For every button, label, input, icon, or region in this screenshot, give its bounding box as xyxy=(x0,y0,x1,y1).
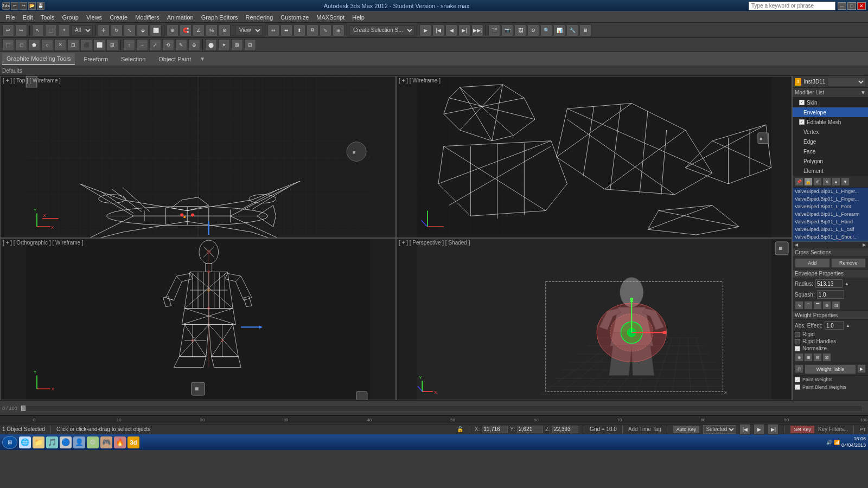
spinner-snap-icon[interactable]: ⊛ xyxy=(219,24,231,36)
t2-btn18[interactable]: ⊠ xyxy=(231,39,243,51)
menu-views[interactable]: Views xyxy=(83,14,105,21)
pivot-icon[interactable]: ⊕ xyxy=(167,24,178,36)
curve-btn2[interactable]: ⌒ xyxy=(804,301,813,310)
t2-btn15[interactable]: ⊕ xyxy=(188,39,200,51)
menu-graph-editors[interactable]: Graph Editors xyxy=(198,14,241,21)
time-slider[interactable] xyxy=(21,405,863,412)
taskbar-app1[interactable]: 👤 xyxy=(73,436,85,448)
mod-envelope[interactable]: Envelope xyxy=(793,107,868,117)
bone-shoulder[interactable]: ValveBiped.Bip01_L_Shoul... xyxy=(793,233,868,241)
prev-icon[interactable]: ◀ xyxy=(445,24,457,36)
align-icon[interactable]: ⬌ xyxy=(280,24,292,36)
mod-edge[interactable]: Edge xyxy=(793,137,868,146)
percent-snap-icon[interactable]: % xyxy=(206,24,218,36)
render8-icon[interactable]: 🖥 xyxy=(579,24,591,36)
create-sel-dropdown[interactable]: Create Selection S... xyxy=(349,25,414,35)
bone-finger2[interactable]: ValveBiped.Bip01_L_Finger... xyxy=(793,195,868,203)
wt-arrow[interactable]: ▶ xyxy=(857,364,866,373)
mod-down-btn[interactable]: ▼ xyxy=(841,177,850,186)
t2-btn19[interactable]: ⊟ xyxy=(244,39,256,51)
schematic-icon[interactable]: ⊞ xyxy=(333,24,344,36)
modifier-list-arrow[interactable]: ▼ xyxy=(860,89,866,95)
t2-btn2[interactable]: ◻ xyxy=(15,39,27,51)
vp-bl-nav[interactable]: ■ xyxy=(190,381,206,397)
selected-dropdown[interactable]: Selected xyxy=(703,425,736,434)
curve-btn3[interactable]: ▔ xyxy=(813,301,822,310)
t2-btn10[interactable]: ↑ xyxy=(123,39,135,51)
render3-icon[interactable]: 🖼 xyxy=(514,24,526,36)
add-btn[interactable]: Add xyxy=(795,258,830,268)
taskbar-app2[interactable]: ⚙ xyxy=(87,436,99,448)
redo-icon[interactable]: ↪ xyxy=(15,24,27,36)
menu-help[interactable]: Help xyxy=(349,14,368,21)
move-icon[interactable]: ✛ xyxy=(98,24,110,36)
menu-maxscript[interactable]: MAXScript xyxy=(313,14,348,21)
start-btn[interactable]: ⊞ xyxy=(2,436,17,449)
t2-btn7[interactable]: ⬛ xyxy=(80,39,92,51)
taskbar-app4[interactable]: 🔥 xyxy=(114,436,126,448)
abs-spinner-up[interactable]: ▲ xyxy=(846,323,850,328)
rigid-checkbox[interactable] xyxy=(795,332,800,337)
rigid-handles-checkbox[interactable] xyxy=(795,339,800,344)
mod-skin[interactable]: ✓ Skin xyxy=(793,98,868,107)
mod-lock-btn[interactable]: 🔒 xyxy=(804,177,813,186)
bone-foot[interactable]: ValveBiped.Bip01_L_Foot xyxy=(793,203,868,210)
render6-icon[interactable]: 📊 xyxy=(553,24,565,36)
taskbar-chrome[interactable]: 🔵 xyxy=(60,436,72,448)
vp-br-nav[interactable]: ■ xyxy=(774,241,789,257)
time-tag-btn[interactable]: Add Time Tag xyxy=(628,426,661,432)
close-btn[interactable]: ✕ xyxy=(857,2,866,10)
mod-vertex[interactable]: Vertex xyxy=(793,127,868,137)
bone-finger1[interactable]: ValveBiped.Bip01_L_Finger... xyxy=(793,188,868,195)
ref-coord-dropdown[interactable]: View xyxy=(235,25,263,35)
prev-frame-btn[interactable]: |◀ xyxy=(739,424,750,435)
scale3-icon[interactable]: ⬜ xyxy=(150,24,162,36)
t2-btn3[interactable]: ⬟ xyxy=(28,39,40,51)
t2-btn17[interactable]: ✦ xyxy=(218,39,230,51)
key-filters-btn[interactable]: Key Filters... xyxy=(818,426,848,432)
curve-btn1[interactable]: ∿ xyxy=(795,301,803,310)
scale2-icon[interactable]: ⬙ xyxy=(137,24,149,36)
undo-icon[interactable]: ↩ xyxy=(2,24,14,36)
ribbon-tab-paint[interactable]: Object Paint xyxy=(154,53,195,65)
t2-btn6[interactable]: ⊡ xyxy=(67,39,79,51)
mod-em-cb[interactable]: ✓ xyxy=(799,119,805,125)
next-frame-btn[interactable]: ▶| xyxy=(768,424,778,435)
y-input[interactable] xyxy=(517,426,543,433)
layer-icon[interactable]: ⧉ xyxy=(307,24,318,36)
taskbar-ie[interactable]: 🌐 xyxy=(19,436,31,448)
mod-face[interactable]: Face xyxy=(793,146,868,156)
mod-element[interactable]: Element xyxy=(793,166,868,176)
viewport-top[interactable]: [ + ] [ Top ] [ Wireframe ] X xyxy=(0,76,396,238)
curve-btn4[interactable]: ⊕ xyxy=(822,301,831,310)
t2-btn14[interactable]: ✎ xyxy=(175,39,187,51)
wt-icon[interactable]: ⚖ xyxy=(795,364,803,373)
t2-btn16[interactable]: ⬤ xyxy=(205,39,217,51)
menu-edit[interactable]: Edit xyxy=(20,14,36,21)
taskbar-media[interactable]: 🎵 xyxy=(46,436,58,448)
curve-btn5[interactable]: ⊡ xyxy=(832,301,840,310)
save-btn[interactable]: 💾 xyxy=(37,2,44,10)
t2-btn12[interactable]: ⤢ xyxy=(149,39,161,51)
wt-btn1[interactable]: ⊕ xyxy=(795,353,803,362)
weight-table-btn[interactable]: Weight Table xyxy=(805,364,856,374)
t2-btn11[interactable]: → xyxy=(136,39,148,51)
menu-animation[interactable]: Animation xyxy=(164,14,197,21)
t2-btn8[interactable]: ⬜ xyxy=(93,39,105,51)
t2-btn4[interactable]: ○ xyxy=(41,39,53,51)
mod-up-btn[interactable]: ▲ xyxy=(832,177,840,186)
t2-btn5[interactable]: ⧖ xyxy=(54,39,66,51)
filter-dropdown[interactable]: All xyxy=(71,25,93,35)
play-icon[interactable]: ▶ xyxy=(419,24,431,36)
t2-btn13[interactable]: ⟲ xyxy=(162,39,174,51)
radius-spinner-up[interactable]: ▲ xyxy=(845,281,849,286)
t2-btn1[interactable]: ⬚ xyxy=(2,39,14,51)
bone-scroll-left[interactable]: ◀ xyxy=(795,242,798,247)
autokey-btn[interactable]: Auto Key xyxy=(673,425,700,434)
remove-btn[interactable]: Remove xyxy=(831,258,866,268)
mod-env-btn[interactable]: ⊕ xyxy=(813,177,822,186)
snap-icon[interactable]: 🧲 xyxy=(180,24,192,36)
x-input[interactable] xyxy=(482,426,508,433)
select-region-icon[interactable]: ⬚ xyxy=(45,24,57,36)
wt-btn4[interactable]: ⊠ xyxy=(822,353,831,362)
